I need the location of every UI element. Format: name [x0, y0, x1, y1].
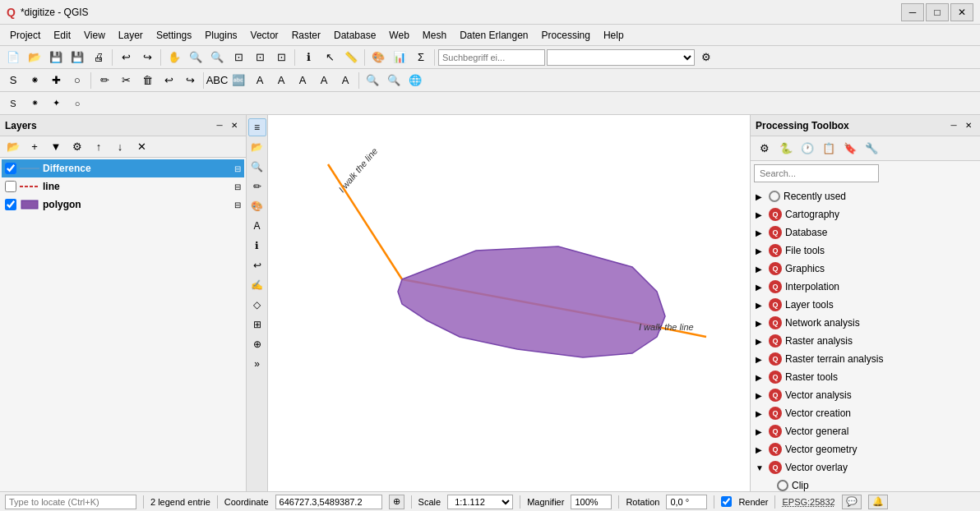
side-icon-digitize[interactable]: ✍ — [248, 276, 266, 294]
digitize-btn7[interactable]: 🗑 — [137, 71, 157, 90]
toolbox-close-button[interactable]: ✕ — [962, 119, 975, 132]
save-button[interactable]: 💾 — [46, 48, 66, 67]
tree-vector-overlay[interactable]: ▼ Q Vector overlay — [751, 458, 980, 476]
menu-mesh[interactable]: Mesh — [416, 26, 453, 44]
magnifier-input[interactable] — [571, 495, 612, 509]
digitize-btn6[interactable]: ✂ — [116, 71, 136, 90]
tree-raster-analysis[interactable]: ▶ Q Raster analysis — [751, 332, 980, 350]
layer-style-button[interactable]: 🎨 — [368, 48, 388, 67]
menu-view[interactable]: View — [77, 26, 112, 44]
coordinate-icon-button[interactable]: ⊕ — [389, 495, 404, 509]
toolbox-bookmark-button[interactable]: 🔖 — [841, 140, 859, 158]
identify-button[interactable]: ℹ — [298, 48, 318, 67]
layers-close-button[interactable]: ✕ — [228, 119, 241, 132]
select-button[interactable]: ↖ — [320, 48, 340, 67]
digitize-btn15[interactable]: A — [314, 71, 334, 90]
digitize-btn14[interactable]: A — [293, 71, 312, 90]
digitize-btn8[interactable]: ↩ — [159, 71, 178, 90]
toolbox-results-button[interactable]: 📋 — [820, 140, 838, 158]
digitize-btn11[interactable]: 🔤 — [229, 71, 248, 90]
menu-edit[interactable]: Edit — [47, 26, 77, 44]
search-combo[interactable] — [547, 49, 695, 66]
digitize-btn4[interactable]: ○ — [67, 71, 87, 90]
layer-item-difference[interactable]: Difference ⊟ — [2, 159, 244, 177]
zoom-out-button[interactable]: 🔍 — [207, 48, 227, 67]
layer-checkbox-polygon[interactable] — [5, 199, 16, 210]
menu-daten[interactable]: Daten Erlangen — [453, 26, 534, 44]
digitize-btn17[interactable]: 🔍 — [363, 71, 382, 90]
locate-input[interactable] — [5, 495, 136, 509]
tree-vector-general[interactable]: ▶ Q Vector general — [751, 422, 980, 440]
undo-button[interactable]: ↩ — [116, 48, 136, 67]
notifications-button[interactable]: 🔔 — [868, 495, 888, 509]
digitize-btn18[interactable]: 🔍 — [384, 71, 404, 90]
toolbox-search-input[interactable] — [754, 164, 879, 182]
zoom-full-button[interactable]: ⊡ — [229, 48, 248, 67]
side-icon-mesh[interactable]: ⊞ — [248, 315, 266, 334]
tree-recently-used[interactable]: ▶ Recently used — [751, 187, 980, 205]
menu-plugins[interactable]: Plugins — [198, 26, 243, 44]
menu-database[interactable]: Database — [327, 26, 382, 44]
side-icon-edit[interactable]: ✏ — [248, 177, 266, 196]
digitize-btn19[interactable]: 🌐 — [405, 71, 425, 90]
tree-vector-analysis[interactable]: ▶ Q Vector analysis — [751, 386, 980, 404]
toolbox-collapse-button[interactable]: ─ — [947, 119, 960, 132]
menu-processing[interactable]: Processing — [535, 26, 597, 44]
menu-layer[interactable]: Layer — [112, 26, 150, 44]
toolbox-history-button[interactable]: 🕐 — [798, 140, 816, 158]
tree-child-clip[interactable]: Clip — [751, 476, 980, 491]
layers-collapse-button[interactable]: ─ — [213, 119, 226, 132]
side-icon-browser[interactable]: 📂 — [248, 138, 266, 156]
digitize-btn3[interactable]: ✚ — [46, 71, 66, 90]
digitize-btn9[interactable]: ↪ — [180, 71, 200, 90]
toolbox-run-button[interactable]: ⚙ — [756, 140, 774, 158]
search-settings-button[interactable]: ⚙ — [696, 48, 716, 67]
digitize-btn5[interactable]: ✏ — [95, 71, 114, 90]
side-icon-feature[interactable]: ℹ — [248, 237, 266, 255]
side-icon-label[interactable]: A — [248, 217, 266, 235]
tree-cartography[interactable]: ▶ Q Cartography — [751, 205, 980, 223]
side-icon-more[interactable]: » — [248, 355, 266, 373]
new-project-button[interactable]: 📄 — [3, 48, 23, 67]
tree-layer-tools[interactable]: ▶ Q Layer tools — [751, 296, 980, 314]
measure-button[interactable]: 📏 — [341, 48, 361, 67]
side-icon-geom[interactable]: ◇ — [248, 296, 266, 314]
tree-database[interactable]: ▶ Q Database — [751, 223, 980, 242]
tree-graphics[interactable]: ▶ Q Graphics — [751, 260, 980, 278]
layer-item-line[interactable]: line ⊟ — [2, 177, 244, 196]
layer-filter-btn[interactable]: ▼ — [46, 137, 66, 157]
layer-checkbox-line[interactable] — [5, 181, 16, 192]
tree-raster-terrain[interactable]: ▶ Q Raster terrain analysis — [751, 350, 980, 368]
side-icon-undo[interactable]: ↩ — [248, 256, 266, 274]
coordinate-input[interactable] — [275, 495, 382, 509]
layer-add-btn[interactable]: + — [25, 137, 44, 157]
layer-open-btn[interactable]: 📂 — [3, 137, 23, 157]
statistics-button[interactable]: Σ — [411, 48, 431, 67]
open-button[interactable]: 📂 — [25, 48, 44, 67]
menu-raster[interactable]: Raster — [285, 26, 327, 44]
digitize-btn1[interactable]: S — [3, 71, 23, 90]
layer-item-polygon[interactable]: polygon ⊟ — [2, 196, 244, 214]
map-canvas[interactable]: I walk the line I walk the line — [268, 115, 750, 491]
layer-checkbox-difference[interactable] — [5, 163, 16, 174]
layer-remove-btn[interactable]: ✕ — [132, 137, 151, 157]
menu-help[interactable]: Help — [597, 26, 631, 44]
messages-button[interactable]: 💬 — [842, 495, 862, 509]
menu-settings[interactable]: Settings — [150, 26, 198, 44]
toolbox-python-button[interactable]: 🐍 — [777, 140, 795, 158]
side-icon-search[interactable]: 🔍 — [248, 158, 266, 176]
search-input[interactable] — [438, 49, 545, 66]
maximize-button[interactable]: □ — [926, 3, 949, 21]
side-icon-style[interactable]: 🎨 — [248, 197, 266, 215]
extra-btn1[interactable]: S — [3, 94, 23, 113]
layer-settings-btn[interactable]: ⚙ — [67, 137, 87, 157]
tree-file-tools[interactable]: ▶ Q File tools — [751, 242, 980, 260]
tree-vector-geometry[interactable]: ▶ Q Vector geometry — [751, 440, 980, 458]
epsg-label[interactable]: EPSG:25832 — [782, 497, 834, 507]
zoom-in-button[interactable]: 🔍 — [186, 48, 206, 67]
extra-btn3[interactable]: ✦ — [46, 94, 66, 113]
digitize-btn16[interactable]: A — [335, 71, 355, 90]
toolbox-settings-button[interactable]: 🔧 — [862, 140, 881, 158]
layer-up-btn[interactable]: ↑ — [89, 137, 109, 157]
save-as-button[interactable]: 💾 — [67, 48, 87, 67]
